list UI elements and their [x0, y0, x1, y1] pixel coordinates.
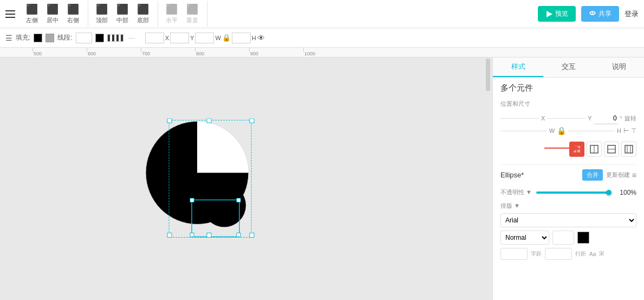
resize-mode-btn-4[interactable]	[621, 142, 636, 157]
resize-mode-row	[500, 142, 636, 157]
align-group: ⬛ 左侧 ⬛ 居中 ⬛ 右侧	[23, 1, 88, 27]
stroke-pattern[interactable]	[107, 34, 123, 42]
merge-button[interactable]: 合并	[582, 169, 603, 181]
opacity-slider[interactable]	[536, 192, 612, 194]
tab-description[interactable]: 说明	[594, 58, 644, 77]
resize-mode-btn-3[interactable]	[604, 142, 619, 157]
x-input[interactable]: 514	[145, 33, 164, 43]
ruler-tick-1000: 1000	[303, 48, 315, 58]
stroke-width-input[interactable]: 1	[76, 33, 92, 43]
letter-spacing-input[interactable]: 0	[545, 248, 572, 260]
hamburger-icon: ☰	[5, 34, 12, 42]
ruler-tick-700: 700	[141, 48, 150, 58]
w-label: W	[215, 35, 220, 41]
panel-tabs: 样式 交互 说明	[493, 58, 644, 78]
panel-title: 多个元件	[500, 83, 636, 93]
align-top-icon: ⬛	[96, 3, 108, 15]
tab-style[interactable]: 样式	[493, 58, 543, 77]
login-button[interactable]: 登录	[625, 9, 639, 19]
distribute-h-label: 水平	[166, 16, 178, 24]
menu-icon[interactable]	[5, 8, 18, 21]
share-button[interactable]: 共享	[581, 6, 619, 22]
x-label: X	[165, 35, 169, 41]
align-bottom-btn[interactable]: ⬛ 底部	[134, 1, 152, 27]
distribute-v-icon: ⬛	[186, 3, 198, 15]
panel-body: 多个元件 位置和尺寸 X Y ° 旋转 W 🔒 H ⊢ ⊤	[493, 78, 644, 300]
position-row-x: X Y ° 旋转	[500, 112, 636, 124]
font-style-row: Normal 13	[500, 231, 636, 245]
fill-swatch-gray[interactable]	[45, 34, 54, 42]
w-axis-label: W	[549, 127, 555, 134]
align-bottom-label: 底部	[137, 16, 149, 24]
align-middle-icon: ⬛	[116, 3, 128, 15]
valign-group: ⬛ 顶部 ⬛ 中部 ⬛ 底部	[93, 1, 158, 27]
fill-swatch-black[interactable]	[34, 34, 42, 42]
align-middle-btn[interactable]: ⬛ 中部	[113, 1, 132, 27]
w-input[interactable]: 202	[195, 33, 214, 43]
distribute-group: ⬛ 水平 ⬛ 垂直	[162, 1, 207, 27]
stroke-label: 线段:	[57, 33, 72, 42]
font-size-input[interactable]: 13	[552, 231, 574, 245]
align-top-btn[interactable]: ⬛ 顶部	[93, 1, 111, 27]
font-family-row: Arial	[500, 213, 636, 227]
toolbar-second: ☰ 填充: 线段: 1 — 514 X 199 Y 202 W 🔒 202 H …	[0, 28, 644, 48]
resize-h-icon: ⊢	[623, 127, 629, 135]
rotate-label: 旋转	[625, 114, 636, 123]
visibility-icon[interactable]: 👁	[257, 34, 265, 42]
align-center-icon: ⬛	[47, 3, 58, 15]
preview-button[interactable]: 预览	[538, 6, 576, 22]
align-left-icon: ⬛	[26, 3, 38, 15]
x-coord-group: 514 X 199 Y 202 W 🔒 202 H 👁	[145, 33, 265, 43]
toolbar-top: ⬛ 左侧 ⬛ 居中 ⬛ 右侧 ⬛ 顶部 ⬛ 中部 ⬛ 底部 ⬛ 水平	[0, 0, 644, 28]
right-panel: 样式 交互 说明 多个元件 位置和尺寸 X Y ° 旋转 W 🔒 H	[492, 58, 644, 300]
font-color-swatch[interactable]	[577, 232, 589, 244]
canvas-area[interactable]	[0, 58, 492, 300]
line-height-input[interactable]: 15 (auto)	[500, 248, 528, 260]
svg-rect-5	[190, 198, 194, 202]
line-height-label: 字距	[531, 250, 542, 258]
spacing-row: 15 (auto) 字距 0 行距 Aa 宋	[500, 248, 636, 260]
font-family-select[interactable]: Arial	[500, 213, 636, 227]
share-label: 共享	[599, 9, 612, 18]
more-options-icon[interactable]: ≡	[632, 171, 636, 180]
ellipse-row: Ellipse* 合并 更新创建 ≡	[500, 164, 636, 185]
align-right-label: 右侧	[67, 16, 79, 24]
stroke-color-swatch[interactable]	[95, 34, 104, 42]
rotate-degree-icon: °	[620, 115, 622, 122]
align-left-btn[interactable]: ⬛ 左侧	[23, 1, 41, 27]
main-area: 样式 交互 说明 多个元件 位置和尺寸 X Y ° 旋转 W 🔒 H	[0, 58, 644, 300]
tab-interaction[interactable]: 交互	[543, 58, 594, 77]
align-center-btn[interactable]: ⬛ 居中	[43, 1, 62, 27]
ruler-tick-500: 500	[32, 48, 42, 58]
svg-rect-7	[190, 233, 194, 237]
ellipse-name: Ellipse*	[500, 171, 582, 179]
wh-lock-icon[interactable]: 🔒	[557, 126, 566, 135]
stroke-extra: —	[127, 34, 136, 42]
align-middle-label: 中部	[116, 16, 128, 24]
h-input[interactable]: 202	[232, 33, 251, 43]
lock-icon[interactable]: 🔒	[222, 34, 231, 42]
opacity-row: 不透明性 ▼ 100%	[500, 188, 636, 196]
distribute-h-icon: ⬛	[166, 3, 178, 15]
distribute-h-btn[interactable]: ⬛ 水平	[162, 1, 181, 27]
align-right-btn[interactable]: ⬛ 右侧	[64, 1, 82, 27]
scrollbar-thumb[interactable]	[486, 59, 490, 91]
opacity-slider-thumb[interactable]	[606, 190, 612, 195]
create-label[interactable]: 更新创建	[606, 171, 630, 179]
canvas-shapes	[138, 118, 257, 239]
align-left-label: 左侧	[26, 16, 38, 24]
align-bottom-icon: ⬛	[137, 3, 149, 15]
ruler: 500 600 700 800 900 1000	[0, 48, 644, 58]
svg-rect-6	[237, 198, 240, 202]
shapes-svg	[138, 118, 257, 238]
y-axis-label: Y	[588, 115, 591, 122]
resize-mode-btn-2[interactable]	[587, 142, 602, 157]
arrow-indicator	[542, 139, 585, 157]
h-axis-label: H	[617, 127, 621, 134]
ruler-tick-800: 800	[195, 48, 204, 58]
y-input[interactable]: 199	[170, 33, 189, 43]
y-value-input[interactable]	[594, 112, 618, 124]
position-section-label: 位置和尺寸	[500, 100, 636, 108]
distribute-v-btn[interactable]: ⬛ 垂直	[183, 1, 201, 27]
font-weight-select[interactable]: Normal	[500, 231, 549, 245]
